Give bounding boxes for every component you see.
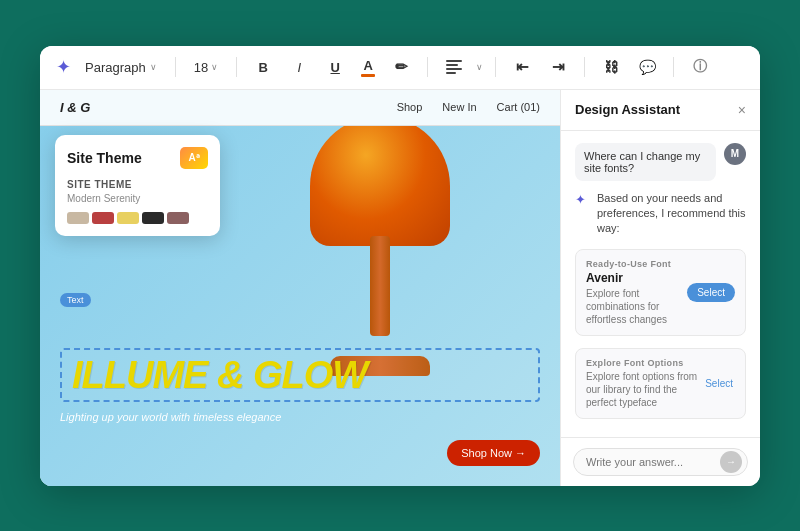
ai-sparkle-icon: ✦ (575, 192, 591, 208)
panel-footer: → (561, 437, 760, 486)
close-button[interactable]: × (738, 102, 746, 118)
hero-subtitle: Lighting up your world with timeless ele… (60, 410, 540, 425)
site-theme-title: Site Theme (67, 150, 142, 166)
suggestion-card-1-inner: Ready-to-Use Font Avenir Explore font co… (586, 259, 735, 326)
suggestion-1-content: Ready-to-Use Font Avenir Explore font co… (586, 259, 681, 326)
design-panel: Design Assistant × Where can I change my… (560, 90, 760, 486)
shop-now-button[interactable]: Shop Now → (447, 440, 540, 466)
nav-shop[interactable]: Shop (397, 101, 423, 113)
paragraph-label: Paragraph (85, 60, 146, 75)
suggestion-card-2: Explore Font Options Explore font option… (575, 348, 746, 419)
site-theme-icon: Aᵃ (180, 147, 208, 169)
divider-3 (427, 57, 428, 77)
panel-title: Design Assistant (575, 102, 680, 117)
indent-out-button[interactable]: ⇤ (508, 53, 536, 81)
user-bubble: Where can I change my site fonts? (575, 143, 716, 181)
user-avatar: M (724, 143, 746, 165)
panel-content: Where can I change my site fonts? M ✦ Ba… (561, 131, 760, 437)
nav-links: Shop New In Cart (01) (397, 101, 540, 113)
site-theme-label: SITE THEME (67, 179, 208, 190)
size-chevron: ∨ (211, 62, 218, 72)
send-button[interactable]: → (720, 451, 742, 473)
svg-rect-2 (446, 68, 462, 70)
site-logo: I & G (60, 100, 90, 115)
website-nav: I & G Shop New In Cart (01) (40, 90, 560, 126)
svg-rect-0 (446, 60, 462, 62)
suggestion-card-1: Ready-to-Use Font Avenir Explore font co… (575, 249, 746, 336)
font-size-value: 18 (194, 60, 208, 75)
user-message: Where can I change my site fonts? M (575, 143, 746, 181)
paragraph-dropdown[interactable]: Paragraph ∨ (79, 56, 163, 79)
hero-title-box[interactable]: ILLUME & GLOW (60, 348, 540, 402)
font-size-dropdown[interactable]: 18 ∨ (188, 56, 224, 79)
nav-cart[interactable]: Cart (01) (497, 101, 540, 113)
divider-2 (236, 57, 237, 77)
ai-response-text: Based on your needs and preferences, I r… (597, 191, 746, 237)
text-badge-label: Text (67, 295, 84, 305)
lamp-neck (370, 236, 390, 336)
suggestion-2-type: Explore Font Options (586, 358, 697, 368)
lamp-decoration (280, 126, 480, 376)
italic-button[interactable]: I (285, 53, 313, 81)
toolbar: ✦ Paragraph ∨ 18 ∨ B I U A ✏ (40, 46, 760, 90)
hero-text-container: Text ILLUME & GLOW Lighting up your worl… (60, 348, 540, 425)
align-chevron[interactable]: ∨ (476, 62, 483, 72)
suggestion-1-name: Avenir (586, 271, 681, 285)
nav-new-in[interactable]: New In (442, 101, 476, 113)
color-indicator (361, 74, 375, 77)
swatch-4 (142, 212, 164, 224)
font-color-label: A (363, 58, 372, 73)
indent-in-button[interactable]: ⇥ (544, 53, 572, 81)
chat-input-wrapper: → (573, 448, 748, 476)
divider-1 (175, 57, 176, 77)
lamp-head (310, 126, 450, 246)
swatch-5 (167, 212, 189, 224)
suggestion-1-desc: Explore font combinations for effortless… (586, 287, 681, 326)
site-theme-name: Modern Serenity (67, 193, 208, 204)
suggestion-1-type: Ready-to-Use Font (586, 259, 681, 269)
swatch-2 (92, 212, 114, 224)
link-button[interactable]: ⛓ (597, 53, 625, 81)
text-badge: Text (60, 293, 91, 307)
highlight-button[interactable]: ✏ (387, 53, 415, 81)
site-theme-icon-text: Aᵃ (188, 152, 199, 163)
site-theme-card: Site Theme Aᵃ SITE THEME Modern Serenity (55, 135, 220, 236)
divider-5 (584, 57, 585, 77)
svg-rect-1 (446, 64, 458, 66)
body-area: I & G Shop New In Cart (01) (40, 90, 760, 486)
swatch-3 (117, 212, 139, 224)
sparkle-icon[interactable]: ✦ (56, 56, 71, 78)
bold-button[interactable]: B (249, 53, 277, 81)
panel-header: Design Assistant × (561, 90, 760, 131)
suggestion-2-content: Explore Font Options Explore font option… (586, 358, 697, 409)
site-theme-card-header: Site Theme Aᵃ (67, 147, 208, 169)
select-font-options-button[interactable]: Select (703, 374, 735, 393)
suggestion-2-desc: Explore font options from our library to… (586, 370, 697, 409)
svg-rect-3 (446, 72, 456, 74)
color-swatches (67, 212, 208, 224)
ai-response: ✦ Based on your needs and preferences, I… (575, 191, 746, 237)
hero-title: ILLUME & GLOW (72, 356, 528, 394)
canvas-area[interactable]: I & G Shop New In Cart (01) (40, 90, 560, 486)
swatch-1 (67, 212, 89, 224)
paragraph-chevron: ∨ (150, 62, 157, 72)
align-icon (446, 60, 462, 74)
send-icon: → (726, 456, 736, 467)
divider-6 (673, 57, 674, 77)
select-avenir-button[interactable]: Select (687, 283, 735, 302)
main-window: ✦ Paragraph ∨ 18 ∨ B I U A ✏ (40, 46, 760, 486)
user-bubble-text: Where can I change my site fonts? (575, 143, 716, 181)
font-color-button[interactable]: A (357, 54, 379, 81)
comment-button[interactable]: 💬 (633, 53, 661, 81)
info-button[interactable]: ⓘ (686, 53, 714, 81)
underline-button[interactable]: U (321, 53, 349, 81)
align-button[interactable] (440, 53, 468, 81)
divider-4 (495, 57, 496, 77)
suggestion-card-2-inner: Explore Font Options Explore font option… (586, 358, 735, 409)
